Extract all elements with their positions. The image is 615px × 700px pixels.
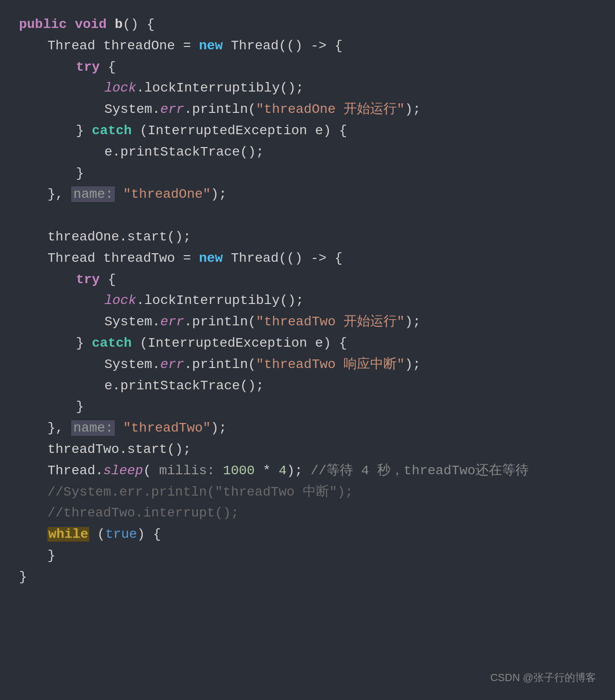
line-try-2: try { bbox=[19, 269, 596, 291]
line-system-err-1: System.err.println("threadOne 开始运行"); bbox=[19, 99, 596, 120]
italic-lock-1: lock bbox=[104, 81, 136, 95]
line-thread-one-start: threadOne.start(); bbox=[19, 227, 596, 248]
num-1000: 1000 bbox=[223, 463, 255, 478]
str-thread-one-name: "threadOne" bbox=[123, 187, 211, 202]
italic-lock-2: lock bbox=[104, 293, 136, 308]
kw-new-1: new bbox=[199, 38, 223, 53]
line-public-void: public void b() { bbox=[19, 14, 596, 36]
str-3: "threadTwo 响应中断" bbox=[256, 357, 405, 372]
line-catch-close-2: } bbox=[19, 396, 596, 418]
name-label-2: name: bbox=[71, 420, 115, 436]
line-system-err-2: System.err.println("threadTwo 开始运行"); bbox=[19, 312, 596, 333]
line-lock-2: lock.lockInterruptibly(); bbox=[19, 290, 596, 312]
err-3: err bbox=[160, 357, 184, 372]
line-while-close: } bbox=[19, 545, 596, 567]
comment-disabled-1: //System.err.println("threadTwo 中断"); bbox=[47, 485, 353, 499]
line-thread-one-def: Thread threadOne = new Thread(() -> { bbox=[19, 36, 596, 57]
italic-sleep: sleep bbox=[103, 463, 143, 478]
line-comment-interrupt: //threadTwo.interrupt(); bbox=[19, 503, 596, 524]
line-thread-sleep: Thread.sleep( millis: 1000 * 4); //等待 4 … bbox=[19, 461, 596, 482]
empty-line-1 bbox=[19, 205, 596, 227]
line-thread-name-2: }, name: "threadTwo"); bbox=[19, 418, 596, 439]
line-comment-println: //System.err.println("threadTwo 中断"); bbox=[19, 482, 596, 503]
line-catch-1: } catch (InterruptedException e) { bbox=[19, 120, 596, 142]
err-1: err bbox=[160, 102, 184, 117]
str-2: "threadTwo 开始运行" bbox=[256, 314, 405, 329]
name-label-1: name: bbox=[71, 186, 115, 202]
line-thread-name-1: }, name: "threadOne"); bbox=[19, 184, 596, 205]
line-while: while (true) { bbox=[19, 524, 596, 545]
kw-catch-2: catch bbox=[92, 336, 132, 350]
str-thread-two-name: "threadTwo" bbox=[123, 421, 211, 435]
line-method-close: } bbox=[19, 567, 596, 588]
line-try-1: try { bbox=[19, 57, 596, 78]
line-catch-2: } catch (InterruptedException e) { bbox=[19, 333, 596, 354]
watermark: CSDN @张子行的博客 bbox=[490, 669, 596, 686]
line-print-stack-1: e.printStackTrace(); bbox=[19, 142, 596, 163]
code-container: public void b() { Thread threadOne = new… bbox=[19, 14, 596, 588]
line-thread-two-start: threadTwo.start(); bbox=[19, 439, 596, 461]
line-lock-1: lock.lockInterruptibly(); bbox=[19, 78, 596, 99]
kw-try-2: try bbox=[76, 272, 100, 287]
kw-try-1: try bbox=[76, 60, 100, 74]
kw-true: true bbox=[105, 527, 137, 542]
line-print-stack-2: e.printStackTrace(); bbox=[19, 376, 596, 397]
kw-new-2: new bbox=[199, 251, 223, 266]
num-4: 4 bbox=[279, 463, 287, 478]
line-system-err-3: System.err.println("threadTwo 响应中断"); bbox=[19, 354, 596, 376]
param-millis: millis: bbox=[159, 463, 215, 478]
kw-void: void bbox=[75, 17, 107, 32]
kw-while: while bbox=[47, 527, 89, 542]
comment-sleep: //等待 4 秒，threadTwo还在等待 bbox=[311, 463, 529, 478]
line-catch-close-1: } bbox=[19, 163, 596, 184]
kw-public: public bbox=[19, 17, 67, 32]
line-thread-two-def: Thread threadTwo = new Thread(() -> { bbox=[19, 248, 596, 269]
str-1: "threadOne 开始运行" bbox=[256, 102, 405, 117]
kw-catch-1: catch bbox=[92, 123, 132, 138]
comment-disabled-2: //threadTwo.interrupt(); bbox=[47, 506, 239, 520]
err-2: err bbox=[160, 314, 184, 329]
